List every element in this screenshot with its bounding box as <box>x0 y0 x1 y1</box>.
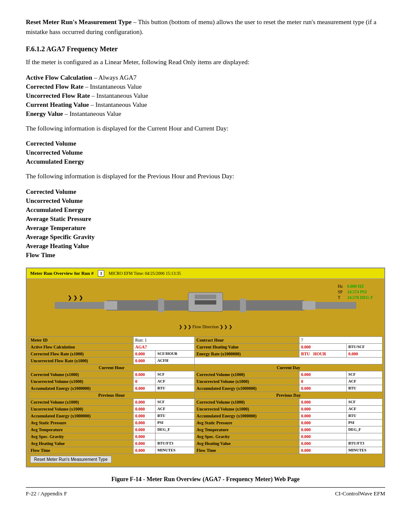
previous-hour-header: Previous Hour <box>29 392 195 398</box>
ph-corrected-vol-label: Corrected Volume (x1000) <box>29 398 134 405</box>
pd-avg-static-label: Avg Static Pressure <box>195 419 299 426</box>
cd-corrected-vol-unit: SCF <box>346 371 382 378</box>
figure-container: Meter Run Overview for Run # 1 MICRO EFM… <box>26 268 385 467</box>
cd-accum-energy-label: Accumulated Energy (x1000000) <box>195 385 299 392</box>
prev-item-8: Flow Time <box>26 252 385 259</box>
ph-corrected-vol-unit: SCF <box>156 398 195 405</box>
ch-uncorrected-vol-value: 0 <box>133 378 156 385</box>
uncorrected-flow-value: 0.000 <box>133 357 156 364</box>
hz-label: Hz <box>336 284 345 289</box>
ch-corrected-vol-unit: SCF <box>156 371 195 378</box>
ph-corrected-vol-value: 0.000 <box>133 398 156 405</box>
header-label: Meter Run Overview for Run # <box>30 271 93 276</box>
uncorrected-flow-label: Uncorrected Flow Rate (x1000) <box>29 357 134 364</box>
cd-uncorrected-vol-value: 0 <box>299 378 346 385</box>
contract-hour-label: Contract Hour <box>195 336 299 343</box>
pd-accum-energy-value: 0.000 <box>299 412 346 419</box>
svg-rect-6 <box>158 299 164 312</box>
current-heating-label: Current Heating Value <box>195 343 299 350</box>
prev-item-7: Average Heating Value <box>26 243 385 250</box>
ch-corrected-vol-label: Corrected Volume (x1000) <box>29 371 134 378</box>
corrected-flow-value: 0.000 <box>133 350 156 357</box>
ph-flow-time-unit: MINUTES <box>156 447 195 454</box>
current-intro: The following information is displayed f… <box>26 124 385 134</box>
svg-rect-9 <box>302 301 315 310</box>
pd-flow-time-label: Flow Time <box>195 447 299 454</box>
ch-corrected-vol-value: 0.000 <box>133 371 156 378</box>
reset-measurement-type-button[interactable]: Reset Meter Run's Measurement Type <box>30 456 112 463</box>
ph-avg-static-unit: PSI <box>156 419 195 426</box>
current-heating-unit: BTU/SCF <box>346 343 382 350</box>
ch-accum-energy-unit: BTU <box>156 385 195 392</box>
pd-avg-heating-value: 0.000 <box>299 440 346 447</box>
run-selector[interactable]: 1 <box>98 270 104 277</box>
pd-uncorrected-vol-label: Uncorrected Volume (x1000) <box>195 405 299 412</box>
prev-item-6: Average Specific Gravity <box>26 233 385 241</box>
prev-item-3: Accumulated Energy <box>26 206 385 214</box>
ph-avg-temp-unit: DEG_F <box>156 426 195 433</box>
previous-intro: The following information is displayed f… <box>26 171 385 181</box>
pd-corrected-vol-value: 0.000 <box>299 398 346 405</box>
pd-corrected-vol-unit: SCF <box>346 398 382 405</box>
pd-avg-heating-unit: BTU/FT3 <box>346 440 382 447</box>
ph-avg-heating-value: 0.000 <box>133 440 156 447</box>
pd-avg-heating-label: Avg Heating Value <box>195 440 299 447</box>
ph-accum-energy-label: Accumulated Energy (x1000000) <box>29 412 134 419</box>
svg-rect-8 <box>104 301 117 310</box>
ph-avg-spec-grav-label: Avg Spec. Gravity <box>29 433 134 440</box>
cd-accum-energy-value: 0.000 <box>299 385 346 392</box>
ch-accum-energy-value: 0.000 <box>133 385 156 392</box>
previous-items: Corrected Volume Uncorrected Volume Accu… <box>26 188 385 259</box>
meter-id-value: Run: 1 <box>133 336 194 343</box>
energy-rate-value: 0.000 <box>346 350 382 357</box>
sp-label: SP <box>336 289 345 294</box>
pd-avg-temp-label: Avg Temperature <box>195 426 299 433</box>
current-day-header: Current Day <box>195 364 383 371</box>
svg-rect-5 <box>195 300 216 305</box>
ch-uncorrected-vol-unit: ACF <box>156 378 195 385</box>
pd-uncorrected-vol-unit: ACF <box>346 405 382 412</box>
pipeline-area: Hz0.000 HZ SP24.574 PSI T24.576 DEG F <box>27 279 384 335</box>
footer-left: F-22 / Appendix F <box>26 490 67 497</box>
intro-paragraph: Reset Meter Run's Measurement Type – Thi… <box>26 17 385 37</box>
cd-corrected-vol-value: 0.000 <box>299 371 346 378</box>
top-data-table: Meter ID Run: 1 Contract Hour 7 Active F… <box>28 336 383 454</box>
contract-hour-value: 7 <box>299 336 382 343</box>
ch-uncorrected-vol-label: Uncorrected Volume (x1000) <box>29 378 134 385</box>
current-items: Corrected Volume Uncorrected Volume Accu… <box>26 140 385 165</box>
t-value: 24.576 DEG F <box>346 295 375 300</box>
prev-item-5: Average Temperature <box>26 224 385 232</box>
svg-rect-4 <box>195 295 216 299</box>
hz-value: 0.000 HZ <box>346 284 375 289</box>
prev-item-4: Average Static Pressure <box>26 215 385 223</box>
list-item-4: Current Heating Value – Instantaneous Va… <box>26 101 385 109</box>
ph-uncorrected-vol-value: 0.000 <box>133 405 156 412</box>
list-item-2: Corrected Flow Rate – Instantaneous Valu… <box>26 83 385 90</box>
section-heading: F.6.1.2 AGA7 Frequency Meter <box>26 45 385 53</box>
footer: F-22 / Appendix F CI-ControlWave EFM <box>26 487 385 497</box>
corrected-flow-label: Corrected Flow Rate (x1000) <box>29 350 134 357</box>
svg-rect-7 <box>240 299 246 312</box>
ph-avg-spec-grav-unit <box>156 433 195 440</box>
t-label: T <box>336 295 345 300</box>
pd-avg-spec-grav-value: 0.000 <box>299 433 346 440</box>
ph-uncorrected-vol-unit: ACF <box>156 405 195 412</box>
ph-avg-static-value: 0.000 <box>133 419 156 426</box>
ph-flow-time-label: Flow Time <box>29 447 134 454</box>
list-item-3: Uncorrected Flow Rate – Instantaneous Va… <box>26 92 385 100</box>
footer-right: CI-ControlWave EFM <box>335 490 385 497</box>
ph-avg-heating-label: Avg Heating Value <box>29 440 134 447</box>
svg-text:❯ ❯ ❯: ❯ ❯ ❯ <box>68 295 83 301</box>
ch-accum-energy-label: Accumulated Energy (x1000000) <box>29 385 134 392</box>
pd-flow-time-unit: MINUTES <box>346 447 382 454</box>
ph-flow-time-value: 0.000 <box>133 447 156 454</box>
list-item-5: Energy Value – Instantaneous Value <box>26 110 385 118</box>
pd-avg-static-unit: PSI <box>346 419 382 426</box>
cd-accum-energy-unit: BTU <box>346 385 382 392</box>
pd-accum-energy-unit: BTU <box>346 412 382 419</box>
ph-uncorrected-vol-label: Uncorrected Volume (x1000) <box>29 405 134 412</box>
sp-value: 24.574 PSI <box>346 289 375 294</box>
figure-header: Meter Run Overview for Run # 1 MICRO EFM… <box>27 268 384 279</box>
ph-avg-static-label: Avg Static Pressure <box>29 419 134 426</box>
active-flow-value: AGA7 <box>133 343 194 350</box>
